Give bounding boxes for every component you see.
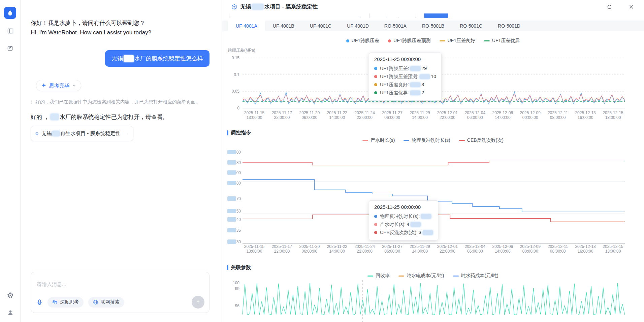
- legend-item-产水时长(s)[interactable]: 产水时长(s): [362, 137, 395, 143]
- legend-item-UF1压差良好[interactable]: UF1压差良好: [440, 38, 475, 44]
- tab-RO-5001A[interactable]: RO-5001A: [377, 21, 414, 31]
- series-dot-icon: [374, 215, 377, 218]
- redaction-blur: [423, 230, 433, 235]
- new-chat-icon[interactable]: [0, 45, 21, 52]
- x-tick-label: 06:00:00: [467, 115, 483, 120]
- message-composer: 请输入消息... 深度思考 联网搜索: [31, 272, 210, 313]
- tooltip-row: UF1压差良好:3: [374, 80, 436, 89]
- tab-RO-5001B[interactable]: RO-5001B: [414, 21, 452, 31]
- chart-related-params[interactable]: 1009996: [222, 280, 644, 322]
- composer-toolbar: 深度思考 联网搜索: [36, 296, 204, 309]
- tooltip-row: CEB反洗次数(次):3: [374, 228, 433, 236]
- report-link-card[interactable]: 无锡再生水项目 - 膜系统稳定性: [31, 126, 133, 141]
- x-tick-label: 22:00:00: [357, 115, 373, 120]
- x-tick-label: 00:00:00: [522, 115, 538, 120]
- legend-item-物理反冲洗时长(s)[interactable]: 物理反冲洗时长(s): [404, 137, 450, 143]
- x-tick-label: 2025-12-04: [465, 110, 486, 115]
- legend-label: 物理反冲洗时长(s): [412, 137, 450, 143]
- cube-icon: [231, 4, 237, 10]
- x-tick-label: 16:00:00: [578, 115, 593, 120]
- y-tick-label: 35: [236, 228, 241, 233]
- redaction-blur: [52, 131, 60, 136]
- x-tick-label: 2025-12-15: [603, 110, 623, 115]
- legend-marker: [367, 276, 373, 277]
- y-tick-label: 0.1: [234, 72, 239, 77]
- web-search-button[interactable]: 联网搜索: [88, 297, 124, 308]
- tab-RO-5001D[interactable]: RO-5001D: [490, 21, 528, 31]
- close-icon[interactable]: [629, 4, 634, 9]
- chart2-tooltip: 2025-11-25 00:00:00物理反冲洗时长(s):产水时长(s):4C…: [369, 200, 438, 240]
- legend-item-吨水电成本(元/吨)[interactable]: 吨水电成本(元/吨): [398, 273, 444, 279]
- series-dot-icon: [374, 231, 377, 234]
- send-button[interactable]: [192, 296, 204, 309]
- x-tick-label: 16:00:00: [578, 249, 593, 254]
- tab-UF-4001B[interactable]: UF-4001B: [265, 21, 302, 31]
- x-tick-label: 14:00:00: [495, 249, 511, 254]
- legend-marker: [459, 140, 465, 141]
- legend-item-吨水药成本(元/吨)[interactable]: 吨水药成本(元/吨): [453, 273, 498, 279]
- refresh-icon[interactable]: [607, 4, 612, 10]
- x-tick-label: 2025-11-22: [327, 244, 348, 249]
- series-dot-icon: [374, 223, 377, 226]
- redaction-blur: [227, 181, 236, 185]
- x-tick-label: 2025-12-01: [437, 244, 458, 249]
- y-tick-label: 100: [233, 281, 239, 285]
- chart2-legend: 产水时长(s)物理反冲洗时长(s)CEB反洗次数(次): [222, 137, 644, 143]
- legend-marker: [484, 40, 490, 41]
- history-panel-icon[interactable]: [0, 28, 21, 34]
- redaction-blur: [51, 114, 59, 120]
- series-dot-icon: [374, 67, 377, 70]
- message-input[interactable]: 请输入消息...: [37, 281, 66, 288]
- thinking-status-pill[interactable]: 思考完毕: [36, 80, 81, 91]
- y-tick-label: 70: [236, 196, 241, 201]
- series-dot-icon: [374, 83, 377, 86]
- x-tick-label: 2025-11-17: [272, 244, 292, 249]
- legend-marker: [404, 140, 409, 141]
- legend-item-CEB反洗次数(次)[interactable]: CEB反洗次数(次): [459, 137, 504, 143]
- x-tick-label: 06:00:00: [384, 115, 400, 120]
- tab-RO-5001C[interactable]: RO-5001C: [452, 21, 490, 31]
- system-note-text: 好的，我们已在数据库中为您检索到相关内容，并已为您打开相应的菜单页面。: [35, 99, 200, 105]
- tooltip-row: UF1跨膜压差预测:10: [374, 72, 436, 80]
- legend-item-UF1跨膜压差[interactable]: UF1跨膜压差: [346, 38, 379, 44]
- web-search-label: 联网搜索: [101, 299, 120, 305]
- tab-UF-4001C[interactable]: UF-4001C: [302, 21, 340, 31]
- x-tick-label: 00:00:00: [522, 249, 538, 254]
- redaction-blur: [252, 4, 263, 9]
- legend-item-UF1跨膜压差预测[interactable]: UF1跨膜压差预测: [388, 38, 430, 44]
- user-message-prefix: 无锡: [111, 55, 123, 62]
- deep-think-button[interactable]: 深度思考: [47, 297, 84, 308]
- y-axis-title: 跨膜压差(MPa): [228, 47, 255, 53]
- legend-item-UF1压差优异[interactable]: UF1压差优异: [484, 38, 520, 44]
- redaction-blur: [420, 74, 430, 79]
- y-tick-label: 80: [236, 181, 241, 186]
- legend-marker: [398, 276, 404, 277]
- x-tick-label: 2025-11-20: [299, 244, 320, 249]
- user-message-bubble: 无锡水厂的膜系统稳定性怎么样: [105, 50, 210, 67]
- answer-prefix: 好的 ，: [31, 114, 50, 120]
- tab-UF-4001D[interactable]: UF-4001D: [339, 21, 377, 31]
- tab-UF-4001A[interactable]: UF-4001A: [228, 21, 265, 31]
- legend-label: CEB反洗次数(次): [467, 137, 504, 143]
- legend-item-回收率[interactable]: 回收率: [367, 273, 390, 279]
- microphone-icon[interactable]: [36, 299, 43, 305]
- legend-label: 产水时长(s): [371, 137, 395, 143]
- tooltip-row: UF1压差优异:2: [374, 89, 436, 97]
- x-tick-label: 22:00:00: [440, 249, 455, 254]
- tooltip-label: UF1压差良好:: [380, 80, 409, 89]
- redaction-blur: [410, 91, 420, 95]
- settings-gear-icon[interactable]: [0, 292, 21, 299]
- user-avatar[interactable]: [0, 309, 21, 316]
- redaction-blur: [227, 239, 236, 244]
- x-tick-label: 14:00:00: [329, 249, 345, 254]
- greeting-text: 你好！我是水萝卜，请问有什么可以帮到您？ Hi, I'm WateRobot. …: [31, 19, 151, 37]
- water-drop-icon: [7, 9, 13, 16]
- panel-title: 无锡水项目 - 膜系统稳定性: [240, 3, 318, 10]
- tooltip-date: 2025-11-25 00:00:00: [374, 56, 436, 62]
- series-dot-icon: [374, 75, 377, 78]
- app-logo[interactable]: [4, 7, 16, 19]
- y-tick-label: 30: [236, 239, 241, 244]
- tooltip-row: 产水时长(s):4: [374, 220, 433, 228]
- thinking-status-label: 思考完毕: [49, 83, 69, 89]
- assistant-answer: 好的 ，水厂的膜系统稳定性已为您打开，请查看。: [31, 113, 168, 121]
